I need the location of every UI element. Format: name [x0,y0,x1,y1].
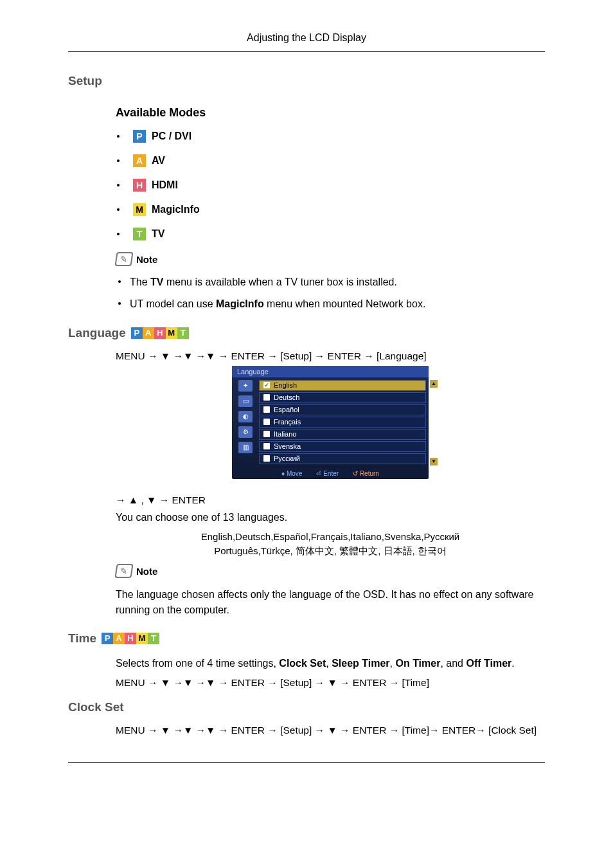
osd-item-label: Español [274,406,299,413]
osd-item-label: Italiano [274,430,296,438]
time-desc: Selects from one of 4 time settings, Clo… [116,656,545,671]
footer-rule [68,762,545,763]
mode-item: A AV [116,154,545,167]
bullet-icon [117,184,120,186]
page-header-title: Adjusting the LCD Display [68,32,545,44]
osd-item-label: English [274,381,297,389]
bullet-icon [117,208,120,211]
osd-item[interactable]: Русский [259,453,426,464]
note-text: menu is available when a TV tuner box is… [163,276,396,287]
note-list: The TV menu is available when a TV tuner… [116,275,545,312]
mode-label: HDMI [152,179,178,191]
check-icon [263,419,270,425]
mode-chip-a: A [133,154,146,167]
osd-item-selected[interactable]: ✔ English [259,380,426,391]
note-text: The [130,276,150,287]
setup-heading: Setup [68,74,545,88]
scroll-down-icon[interactable]: ▼ [430,458,438,466]
clock-set-heading: Clock Set [68,700,545,714]
mode-chip-h: H [133,179,146,192]
bullet-icon [118,280,121,283]
language-desc: You can choose one of 13 languages. [116,510,545,525]
mode-item: T TV [116,228,545,240]
chip-h-icon: H [125,633,136,644]
time-menu-path: MENU → ▼ →▼ →▼ → ENTER → [Setup] → ▼ → E… [116,677,545,689]
osd-footer-move: ♦ Move [281,470,302,477]
mode-label: TV [152,228,164,240]
osd-item-label: Svenska [274,442,301,450]
mode-chip-t: T [133,228,146,240]
language-list-line2: Português,Türkçe, 简体中文, 繁體中文, 日本語, 한국어 [116,544,545,558]
note-label: Note [136,566,157,577]
check-icon [263,394,270,401]
chip-t-icon: T [148,633,159,644]
check-icon [263,406,270,413]
language-list-line1: English,Deutsch,Español,Français,Italian… [116,530,545,544]
osd-item-label: Русский [274,455,300,462]
note-bold: MagicInfo [216,298,264,309]
osd-sidebar: ✦ ▭ ◐ ⚙ ▥ [232,377,259,468]
mode-item: H HDMI [116,179,545,192]
note-block: ✎ Note [116,564,545,578]
osd-input-icon: ▭ [238,395,253,407]
scroll-up-icon[interactable]: ▲ [430,380,438,388]
note-label: Note [136,254,157,265]
note-item: UT model can use MagicInfo menu when mou… [116,297,545,311]
osd-multi-icon: ▥ [238,442,253,453]
bullet-icon [118,302,121,305]
mode-chip-p: P [133,130,146,143]
header-rule [68,51,545,52]
osd-item-label: Deutsch [274,393,299,401]
osd-sound-icon: ◐ [238,411,253,422]
bullet-icon [117,135,120,138]
available-modes-heading: Available Modes [116,106,545,120]
time-heading: Time [68,631,96,646]
available-modes-list: P PC / DVI A AV H HDMI M MagicInfo T [116,130,545,240]
check-icon [263,455,270,462]
osd-footer: ♦ Move ⏎ Enter ↺ Return [232,468,429,479]
osd-item-label: Français [274,418,301,426]
mode-label: MagicInfo [152,204,200,215]
mode-item: M MagicInfo [116,203,545,216]
mode-label: AV [152,155,165,167]
check-icon: ✔ [263,382,270,388]
note-icon: ✎ [114,252,133,266]
clock-set-menu-path: MENU → ▼ →▼ →▼ → ENTER → [Setup] → ▼ → E… [116,725,545,736]
osd-setup-icon: ⚙ [238,426,253,438]
language-chip-strip: P A H M T [131,327,189,339]
note2-text: The language chosen affects only the lan… [116,587,545,617]
osd-picture-icon: ✦ [238,380,253,392]
osd-scrollbar[interactable]: ▲ ▼ [430,380,438,466]
osd-panel: Language ✦ ▭ ◐ ⚙ ▥ ✔ English [232,366,429,479]
osd-item[interactable]: Italiano [259,429,426,440]
chip-h-icon: H [154,327,166,339]
osd-item[interactable]: Svenska [259,441,426,452]
mode-chip-m: M [133,203,146,216]
osd-footer-return: ↺ Return [353,470,379,477]
language-menu-path-2: → ▲ , ▼ → ENTER [116,494,545,506]
chip-a-icon: A [143,327,154,339]
check-icon [263,443,270,449]
osd-item[interactable]: Español [259,404,426,415]
bullet-icon [117,233,120,235]
time-chip-strip: P A H M T [102,633,159,644]
chip-m-icon: M [166,327,177,339]
chip-t-icon: T [177,327,189,339]
check-icon [263,431,270,437]
note-bold: TV [150,276,163,287]
language-list-block: English,Deutsch,Español,Français,Italian… [116,530,545,558]
mode-label: PC / DVI [152,131,191,142]
note-block: ✎ Note [116,252,545,266]
mode-item: P PC / DVI [116,130,545,143]
osd-item[interactable]: Français [259,417,426,428]
osd-footer-enter: ⏎ Enter [316,470,339,477]
chip-p-icon: P [102,633,113,644]
note-text: menu when mounted Network box. [264,298,426,309]
chip-m-icon: M [136,633,148,644]
note-text: UT model can use [130,298,216,309]
osd-title: Language [232,366,429,377]
chip-p-icon: P [131,327,143,339]
note-icon: ✎ [114,564,133,578]
osd-item[interactable]: Deutsch [259,392,426,403]
note-item: The TV menu is available when a TV tuner… [116,275,545,289]
